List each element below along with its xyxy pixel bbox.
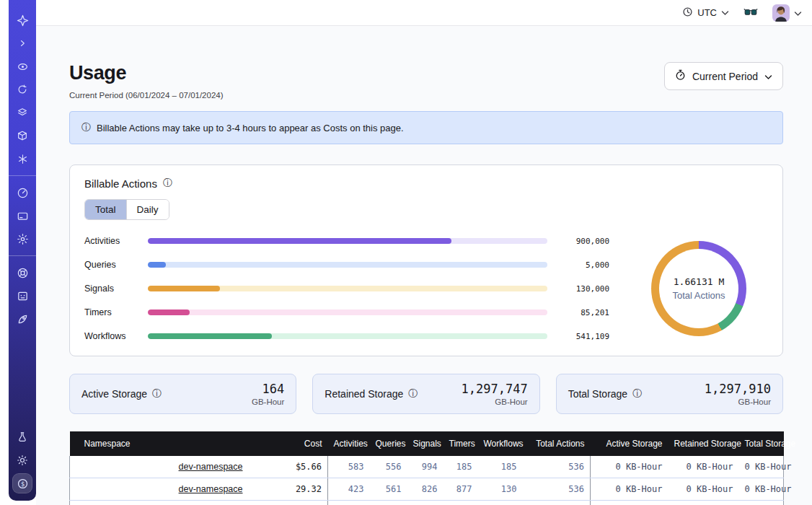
bar-fill: [148, 333, 272, 339]
bar-track: [148, 262, 547, 268]
retained-storage-label: Retained Storage: [325, 388, 403, 400]
history-clock-icon[interactable]: [13, 80, 32, 99]
bar-label: Activities: [84, 236, 138, 246]
queries-cell: 561: [370, 478, 407, 501]
bar-fill: [148, 238, 451, 244]
bar-row-queries: Queries 5,000: [84, 260, 609, 270]
col-header-signals: Signals: [407, 431, 443, 456]
table-header-row: Namespace Cost Activities Queries Signal…: [70, 431, 784, 456]
sunglasses-icon[interactable]: [743, 8, 758, 17]
sidebar: $: [9, 0, 36, 501]
theme-sun-icon[interactable]: [13, 451, 32, 470]
page-title: Usage: [69, 62, 224, 84]
total-storage-card: Total Storage ⓘ 1,297,910 GB-Hour: [556, 374, 783, 414]
bar-value: 85,201: [557, 308, 609, 317]
stopwatch-icon: [675, 69, 686, 83]
retained-storage-value: 1,297,747: [462, 382, 528, 396]
bar-label: Timers: [84, 307, 138, 317]
bar-value: 5,000: [557, 260, 609, 270]
credit-card-icon[interactable]: [13, 206, 32, 225]
bar-track: [148, 333, 547, 339]
billable-actions-chart: Activities 900,000 Queries 5,000 Signals: [84, 236, 768, 341]
temporal-logo-icon[interactable]: [13, 11, 32, 30]
col-header-timers: Timers: [443, 431, 478, 456]
bar-row-workflows: Workflows 541,109: [84, 331, 609, 341]
cube-icon[interactable]: [13, 126, 32, 145]
activities-cell: 492: [328, 501, 370, 505]
namespace-usage-table: Namespace Cost Activities Queries Signal…: [69, 431, 784, 505]
bar-row-signals: Signals 130,000: [84, 284, 609, 294]
rocket-icon[interactable]: [13, 309, 32, 328]
retained-storage-unit: GB-Hour: [462, 398, 528, 406]
chevron-down-icon: [764, 71, 772, 82]
total-storage-label: Total Storage: [568, 388, 628, 400]
info-icon: ⓘ: [81, 121, 91, 134]
col-header-cost: Cost: [249, 431, 328, 456]
retained-storage-cell: 0 KB-Hour: [668, 478, 739, 501]
timers-cell: 816: [443, 501, 478, 505]
timers-cell: 185: [443, 456, 478, 478]
storage-cards: Active Storage ⓘ 164 GB-Hour Retained St…: [69, 374, 783, 414]
gauge-icon[interactable]: [13, 183, 32, 202]
period-label: Current Period: [692, 71, 758, 82]
col-header-queries: Queries: [370, 431, 407, 456]
tab-daily[interactable]: Daily: [126, 200, 169, 219]
namespace-link[interactable]: dev-namespace: [179, 484, 243, 494]
total-storage-cell: 0 KB-Hour: [739, 478, 784, 501]
table-row: dev-namespace 29.32 423 561 826 877 130 …: [70, 478, 784, 501]
bar-label: Queries: [84, 260, 138, 270]
timers-cell: 877: [443, 478, 478, 501]
asterisk-icon[interactable]: [13, 149, 32, 168]
total-daily-toggle: Total Daily: [84, 199, 169, 220]
info-icon[interactable]: ⓘ: [632, 387, 642, 400]
active-storage-cell: 0 KB-Hour: [591, 456, 668, 478]
tab-total[interactable]: Total: [85, 200, 126, 219]
period-dropdown-button[interactable]: Current Period: [664, 62, 783, 90]
activities-cell: 583: [328, 456, 370, 478]
workflows-cell: 130: [478, 478, 523, 501]
retained-storage-card: Retained Storage ⓘ 1,297,747 GB-Hour: [312, 374, 539, 414]
active-storage-unit: GB-Hour: [252, 398, 284, 406]
docs-terminal-icon[interactable]: [13, 286, 32, 305]
info-icon[interactable]: ⓘ: [152, 387, 162, 400]
bar-fill: [148, 262, 166, 268]
support-lifebuoy-icon[interactable]: [13, 263, 32, 282]
col-header-activities: Activities: [328, 431, 370, 456]
bar-label: Signals: [84, 284, 138, 294]
donut-total-value: 1.66131 M: [674, 276, 724, 287]
activities-cell: 423: [328, 478, 370, 501]
info-icon[interactable]: ⓘ: [163, 177, 172, 190]
workflows-cell: 600: [478, 501, 523, 505]
bar-track: [148, 309, 547, 315]
active-storage-cell: 0 KB-Hour: [591, 478, 668, 501]
chevron-down-icon: [794, 6, 802, 19]
total-storage-unit: GB-Hour: [705, 398, 771, 406]
timezone-selector[interactable]: UTC: [682, 6, 729, 19]
active-storage-label: Active Storage: [81, 388, 147, 400]
billable-actions-title: Billable Actions: [84, 177, 157, 190]
main-content: Usage Current Period (06/01/2024 – 07/01…: [36, 26, 812, 505]
banner-text: Billable Actions may take up to 3-4 hour…: [97, 123, 404, 133]
cost-cell: $5.66: [249, 456, 328, 478]
signals-cell: 994: [407, 456, 443, 478]
col-header-retained-storage: Retained Storage: [668, 431, 739, 456]
info-banner: ⓘ Billable Actions may take up to 3-4 ho…: [69, 111, 783, 144]
settings-gear-icon[interactable]: [13, 229, 32, 248]
labs-flask-icon[interactable]: [13, 428, 32, 447]
info-icon[interactable]: ⓘ: [408, 387, 418, 400]
user-menu[interactable]: [772, 4, 802, 22]
workflows-cell: 185: [478, 456, 523, 478]
donut-total-label: Total Actions: [673, 290, 725, 301]
chevron-down-icon: [721, 7, 729, 18]
bar-value: 541,109: [557, 332, 609, 341]
collapse-chevron-icon[interactable]: [13, 34, 32, 53]
total-actions-cell: 536: [523, 456, 591, 478]
billing-dollar-icon[interactable]: $: [13, 474, 32, 493]
table-row: dev-namespace $3.35 492 536 883 816 600 …: [70, 501, 784, 505]
namespace-link[interactable]: dev-namespace: [179, 462, 243, 472]
queries-cell: 556: [370, 456, 407, 478]
layers-icon[interactable]: [13, 103, 32, 122]
signals-cell: 826: [407, 478, 443, 501]
active-storage-value: 164: [252, 382, 284, 396]
eye-icon[interactable]: [13, 57, 32, 76]
